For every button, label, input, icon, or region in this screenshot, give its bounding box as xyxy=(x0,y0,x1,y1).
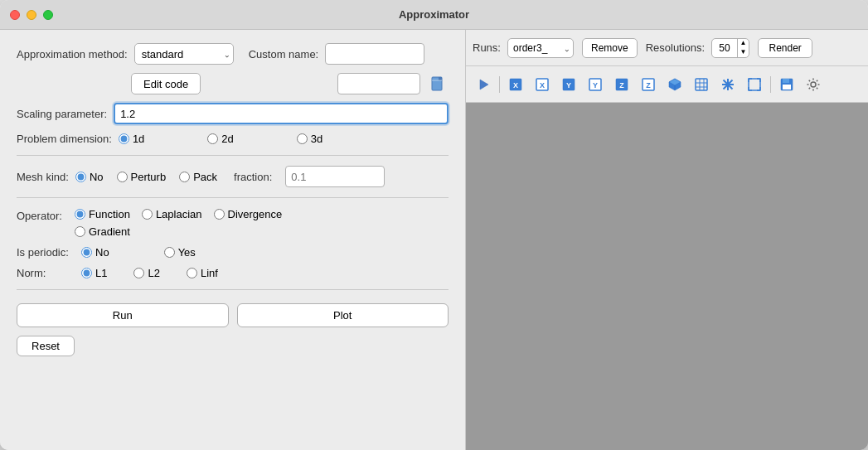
svg-rect-30 xyxy=(783,79,789,83)
dim-3d-label: 3d xyxy=(311,133,322,145)
op-laplacian-label: Laplacian xyxy=(156,208,202,220)
operator-options-row1: Function Laplacian Divergence xyxy=(75,208,282,220)
settings-icon-btn[interactable] xyxy=(801,72,826,97)
title-bar: Approximator xyxy=(0,0,868,30)
stepper-arrows: ▲ ▼ xyxy=(738,39,749,57)
norm-l1[interactable]: L1 xyxy=(81,267,107,279)
fraction-input[interactable] xyxy=(285,166,385,187)
grid-icon-btn[interactable] xyxy=(689,72,714,97)
close-button[interactable] xyxy=(10,10,20,20)
runs-select[interactable]: order3_ xyxy=(507,38,574,58)
edit-code-row: Edit code xyxy=(17,73,449,94)
norm-linf[interactable]: Linf xyxy=(187,267,218,279)
maximize-button[interactable] xyxy=(43,10,53,20)
main-content: Approximation method: standard Custom na… xyxy=(0,30,868,450)
separator-2 xyxy=(770,76,771,93)
edit-code-button[interactable]: Edit code xyxy=(131,73,201,94)
periodic-yes[interactable]: Yes xyxy=(164,246,196,259)
mesh-perturb-label: Perturb xyxy=(131,171,167,183)
svg-point-32 xyxy=(811,82,816,87)
code-input[interactable] xyxy=(337,73,420,94)
periodic-yes-radio[interactable] xyxy=(164,247,175,258)
mesh-perturb-radio[interactable] xyxy=(117,172,128,182)
norm-l1-radio[interactable] xyxy=(81,268,92,278)
mesh-no-radio[interactable] xyxy=(75,172,86,182)
is-periodic-row: Is periodic: No Yes xyxy=(17,246,449,259)
x-bar-icon-btn[interactable]: X xyxy=(530,72,555,97)
norm-l2-label: L2 xyxy=(148,267,159,279)
norm-linf-radio[interactable] xyxy=(187,268,197,278)
custom-name-input[interactable] xyxy=(325,43,424,65)
scaling-input[interactable] xyxy=(114,103,449,124)
problem-dim-row: Problem dimension: 1d 2d 3d xyxy=(17,133,449,145)
norm-l2-radio[interactable] xyxy=(133,268,144,278)
svg-rect-19 xyxy=(696,79,707,90)
cube-icon-btn[interactable] xyxy=(662,72,687,97)
op-divergence-radio[interactable] xyxy=(214,209,225,220)
x-axis-icon-btn[interactable]: X xyxy=(503,72,528,97)
scaling-row: Scaling parameter: xyxy=(17,103,449,124)
svg-rect-31 xyxy=(783,85,791,90)
dim-2d-radio[interactable] xyxy=(207,133,218,144)
svg-text:Y: Y xyxy=(593,81,598,90)
stepper-up[interactable]: ▲ xyxy=(738,39,749,48)
op-laplacian[interactable]: Laplacian xyxy=(142,208,202,220)
periodic-yes-label: Yes xyxy=(178,246,196,259)
dim-1d[interactable]: 1d xyxy=(119,133,144,145)
approx-method-select-wrapper: standard xyxy=(134,43,234,65)
window-title: Approximator xyxy=(399,8,469,21)
canvas-area xyxy=(466,103,868,450)
divider-3 xyxy=(17,289,449,290)
dim-3d-radio[interactable] xyxy=(297,133,308,144)
dim-2d[interactable]: 2d xyxy=(207,133,233,145)
dim-1d-radio[interactable] xyxy=(119,133,129,144)
fraction-label: fraction: xyxy=(234,171,272,183)
approx-method-row: Approximation method: standard Custom na… xyxy=(17,43,449,65)
op-gradient[interactable]: Gradient xyxy=(75,225,130,238)
play-icon-btn[interactable] xyxy=(471,72,496,97)
mesh-radio-group: No Perturb Pack fraction: xyxy=(75,166,385,187)
plot-button[interactable]: Plot xyxy=(237,303,449,327)
svg-rect-1 xyxy=(439,77,442,80)
op-divergence-label: Divergence xyxy=(228,208,283,220)
op-divergence[interactable]: Divergence xyxy=(214,208,283,220)
file-icon[interactable] xyxy=(427,73,449,94)
z-bar-icon-btn[interactable]: Z xyxy=(636,72,661,97)
run-button[interactable]: Run xyxy=(17,303,229,327)
mesh-perturb[interactable]: Perturb xyxy=(117,171,167,183)
expand-icon-btn[interactable] xyxy=(742,72,767,97)
mesh-no[interactable]: No xyxy=(75,171,104,183)
norm-label: Norm: xyxy=(17,267,75,279)
z-axis-icon-btn[interactable]: Z xyxy=(609,72,634,97)
minimize-button[interactable] xyxy=(27,10,36,20)
op-laplacian-radio[interactable] xyxy=(142,209,153,220)
dim-1d-label: 1d xyxy=(133,133,144,145)
left-panel: Approximation method: standard Custom na… xyxy=(0,30,466,450)
reset-row: Reset xyxy=(17,336,449,356)
periodic-no[interactable]: No xyxy=(81,246,109,259)
save-icon-btn[interactable] xyxy=(774,72,799,97)
scaling-label: Scaling parameter: xyxy=(17,108,107,120)
divider-2 xyxy=(17,197,449,198)
reset-button[interactable]: Reset xyxy=(17,336,75,356)
norm-l1-label: L1 xyxy=(95,267,107,279)
dim-3d[interactable]: 3d xyxy=(297,133,322,145)
remove-button[interactable]: Remove xyxy=(582,38,638,58)
dim-2d-label: 2d xyxy=(221,133,233,145)
mesh-pack[interactable]: Pack xyxy=(179,171,217,183)
op-function[interactable]: Function xyxy=(75,208,130,220)
runs-label: Runs: xyxy=(473,41,501,54)
right-toolbar: Runs: order3_ Remove Resolutions: 50 ▲ ▼… xyxy=(466,30,868,66)
dim-radio-group: 1d 2d 3d xyxy=(119,133,322,145)
approx-method-select[interactable]: standard xyxy=(134,43,234,65)
render-button[interactable]: Render xyxy=(758,38,812,58)
mesh-pack-radio[interactable] xyxy=(179,172,190,182)
stepper-down[interactable]: ▼ xyxy=(738,48,749,57)
periodic-no-radio[interactable] xyxy=(81,247,92,258)
y-bar-icon-btn[interactable]: Y xyxy=(583,72,608,97)
asterisk-icon-btn[interactable] xyxy=(715,72,740,97)
op-gradient-radio[interactable] xyxy=(75,226,85,237)
y-axis-icon-btn[interactable]: Y xyxy=(556,72,581,97)
op-function-radio[interactable] xyxy=(75,209,85,220)
norm-l2[interactable]: L2 xyxy=(133,267,159,279)
